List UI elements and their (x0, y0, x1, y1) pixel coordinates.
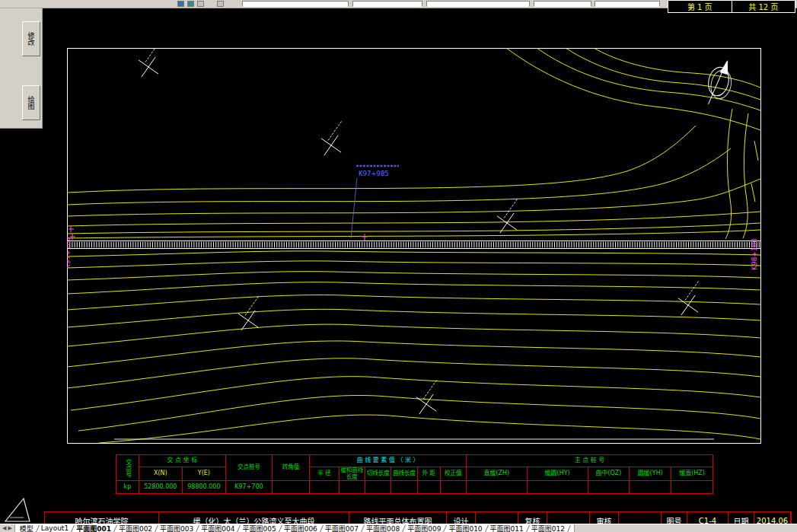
survey-marker (490, 195, 532, 240)
page-label: 第 1 页 (668, 1, 732, 12)
page-number-stamp: 第 1 页 共 12 页 (668, 0, 795, 13)
table-cell (272, 481, 309, 494)
table-subheader: 缓和曲线长度 (339, 467, 365, 481)
table-cell (310, 481, 339, 494)
survey-marker (671, 277, 713, 322)
station-label-right: K98+100 (751, 238, 758, 270)
toolbar-combo-color[interactable] (352, 1, 422, 7)
tab-plan-010[interactable]: 平面图010 (447, 524, 488, 532)
modify-toolbar-button[interactable]: 修改 (22, 21, 40, 56)
table-header-coords: 交 点 坐 标 (139, 455, 225, 467)
tab-plan-005[interactable]: 平面图005 (241, 524, 282, 532)
table-header-curve-elements: 曲 线 要 素 值 （ 米 ） (310, 455, 467, 467)
tab-scroll-right-icon[interactable]: ▶ (8, 525, 11, 531)
table-cell (466, 481, 527, 494)
table-cell (339, 481, 365, 494)
tab-plan-008[interactable]: 平面图008 (365, 524, 406, 532)
page-total-label: 共 12 页 (732, 1, 795, 12)
north-arrow-icon (704, 57, 736, 108)
leader-annotation: K97+985 (351, 166, 399, 238)
road-alignment (67, 241, 760, 249)
tab-scroll-left-icon[interactable]: ◀ (2, 525, 6, 531)
layout-tab-bar: ◀ ▶ 模型 Layout1 平面图001 平面图002 平面图003 平面图0… (0, 524, 797, 532)
toolbar-combo-linetype[interactable] (426, 1, 530, 7)
table-subheader: 外 距 (417, 467, 440, 481)
tab-plan-012[interactable]: 平面图012 (530, 524, 571, 532)
table-header-main-points: 主 点 桩 号 (466, 455, 713, 467)
table-cell (630, 481, 671, 494)
survey-marker (314, 117, 356, 162)
table-subheader: 校正值 (440, 467, 466, 481)
toolbar-icon[interactable] (197, 1, 204, 7)
table-subheader: X(N) (139, 467, 182, 481)
tab-plan-009[interactable]: 平面图009 (406, 524, 447, 532)
table-cell (671, 481, 713, 494)
table-cell (391, 481, 417, 494)
toolbar-combo-plotstyle[interactable] (595, 1, 660, 7)
table-header-angle: 转角值 (272, 455, 309, 481)
cad-app-window: 第 1 页 共 12 页 修改 绘图 (0, 0, 797, 532)
tab-plan-007[interactable]: 平面图007 (324, 524, 365, 532)
drawing-canvas[interactable]: 修改 绘图 (0, 8, 797, 524)
toolbar-combo-layer[interactable] (242, 1, 349, 7)
tab-plan-001[interactable]: 平面图001 (75, 524, 117, 532)
draw-toolbar-button[interactable]: 绘图 (22, 85, 40, 120)
survey-marker (231, 292, 273, 337)
leader-label: K97+985 (359, 170, 389, 177)
tab-layout1[interactable]: Layout1 (40, 524, 75, 532)
table-header-station: 交点桩号 (225, 455, 272, 481)
table-subheader: 缓圆(HY) (527, 467, 588, 481)
table-cell: kp (116, 481, 139, 494)
table-cell: K97+700 (225, 481, 272, 494)
table-subheader: 半 径 (310, 467, 339, 481)
table-subheader: 曲线长度 (391, 467, 417, 481)
toolbar-icon[interactable] (177, 1, 184, 7)
table-subheader: 缓直(HZ) (671, 467, 713, 481)
table-cell: 98800.000 (182, 481, 225, 494)
toolbar-icon[interactable] (217, 1, 224, 7)
table-subheader: 圆缓(YH) (630, 467, 671, 481)
plan-sheet: K97+700 K98+100 K97+985 (67, 48, 761, 444)
table-cell (527, 481, 588, 494)
ucs-paperspace-icon (3, 495, 33, 525)
tab-model[interactable]: 模型 (18, 524, 40, 532)
table-subheader: 切线长度 (365, 467, 391, 481)
tab-plan-011[interactable]: 平面图011 (489, 524, 530, 532)
table-cell: 52800.000 (139, 481, 182, 494)
survey-marker (132, 48, 174, 84)
table-subheader: 曲中(QZ) (588, 467, 630, 481)
toolbar-icon[interactable] (187, 1, 194, 7)
table-cell (440, 481, 466, 494)
tab-plan-004[interactable]: 平面图004 (199, 524, 241, 532)
curve-elements-table: 交点号 交 点 坐 标 交点桩号 转角值 曲 线 要 素 值 （ 米 ） 主 点… (116, 454, 713, 494)
station-label-left: K97+700 (67, 237, 72, 269)
tab-plan-003[interactable]: 平面图003 (158, 524, 199, 532)
tab-plan-002[interactable]: 平面图002 (117, 524, 158, 532)
left-toolbar: 修改 绘图 (0, 8, 43, 129)
toolbar-combo-lineweight[interactable] (534, 1, 591, 7)
table-cell (417, 481, 440, 494)
layout-tabs: 模型 Layout1 平面图001 平面图002 平面图003 平面图004 平… (14, 524, 575, 532)
tab-plan-006[interactable]: 平面图006 (282, 524, 324, 532)
table-cell (588, 481, 630, 494)
table-cell (365, 481, 391, 494)
contour-lines (67, 48, 760, 443)
table-subheader: 直缓(ZH) (466, 467, 527, 481)
table-header-point-no: 交点号 (116, 455, 139, 481)
table-subheader: Y(E) (182, 467, 225, 481)
